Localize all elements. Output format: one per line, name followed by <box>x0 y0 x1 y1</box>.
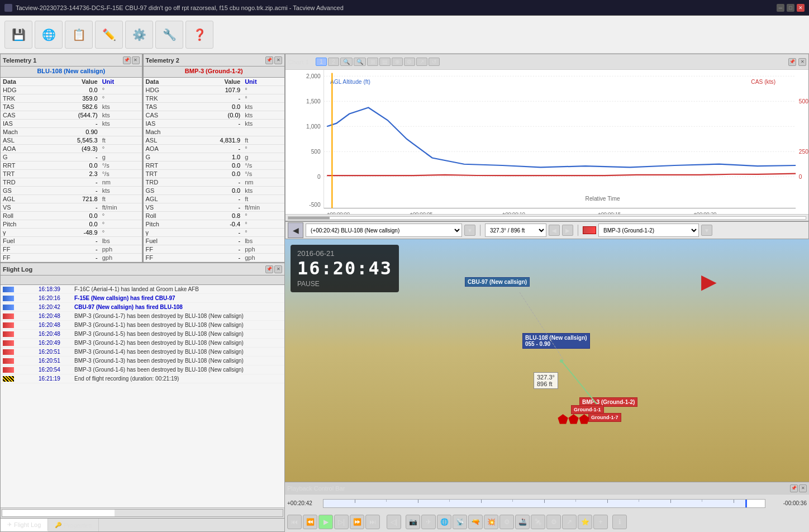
telem1-row: TRD - nm <box>1 178 142 187</box>
pb-play[interactable]: ▶ <box>318 515 333 529</box>
pb-rewind[interactable]: ⏪ <box>303 515 317 529</box>
maximize-button[interactable]: □ <box>787 4 794 12</box>
toolbar-tools-button[interactable]: 🔧 <box>155 21 183 49</box>
pb-export[interactable]: ↗ <box>562 515 577 529</box>
log-entry[interactable]: 16:20:48 BMP-3 (Ground-1-1) has been des… <box>1 321 284 330</box>
track-select-target[interactable]: BMP-3 (Ground-1-2) <box>598 224 699 237</box>
telem2-value: 0.0 <box>185 162 242 170</box>
pb-radar[interactable]: 📡 <box>453 515 467 529</box>
pb-info[interactable]: ℹ <box>612 515 627 529</box>
pb-camera[interactable]: 📷 <box>406 515 420 529</box>
close-button[interactable]: ✕ <box>797 4 805 12</box>
telem2-value <box>185 128 242 136</box>
chart-settings[interactable]: ⚙ <box>404 58 415 66</box>
log-entry[interactable]: 16:21:19 End of flight recording (durati… <box>1 374 284 383</box>
telem1-unit: g <box>100 153 142 162</box>
toolbar-save-button[interactable]: 💾 <box>4 21 32 49</box>
track-distance-btn1[interactable]: ◀ <box>549 225 560 236</box>
pb-skip-end[interactable]: ⏭ <box>365 515 380 529</box>
telem2-value: 0.0 <box>185 103 242 111</box>
flightlog-header: Flight Log 📌 ✕ <box>1 263 284 276</box>
telem1-row: ASL 5,545.3 ft <box>1 136 142 145</box>
playback-bar: Playback Control Bar 📌 ✕ +00:20:42 <box>285 482 809 532</box>
pb-settings[interactable]: ⚙ <box>546 515 561 529</box>
pb-add[interactable]: + <box>593 515 608 529</box>
chart-zoom-out[interactable]: 🔍 <box>354 58 366 66</box>
window-controls[interactable]: ─ □ ✕ <box>777 4 805 12</box>
minimize-button[interactable]: ─ <box>777 4 784 12</box>
telemetry1-pin-button[interactable]: 📌 <box>123 56 131 64</box>
tab-flight-log[interactable]: ✈ Flight Log <box>1 519 48 531</box>
log-entry[interactable]: 16:20:51 BMP-3 (Ground-1-4) has been des… <box>1 348 284 357</box>
flightlog-pin-button[interactable]: 📌 <box>265 265 273 273</box>
log-entry[interactable]: 16:20:49 BMP-3 (Ground-1-2) has been des… <box>1 339 284 348</box>
track-target-dropdown[interactable]: ▼ <box>701 225 712 236</box>
playback-pin-button[interactable]: 📌 <box>790 484 798 492</box>
track-select-main[interactable]: (+00:20:42) BLU-108 (New callsign) <box>306 224 462 237</box>
telemetry2-close-button[interactable]: ✕ <box>274 56 282 64</box>
chart-cursor[interactable]: ⊕ <box>392 58 403 66</box>
pb-tool1[interactable]: ⚙ <box>499 515 514 529</box>
svg-text:CAS (kts): CAS (kts) <box>751 79 775 85</box>
telem2-unit: ft <box>242 195 284 203</box>
chart-select[interactable]: ▤ <box>379 58 391 66</box>
pb-ship[interactable]: 🚢 <box>515 515 530 529</box>
chart-btn-1[interactable]: 1 <box>316 58 327 66</box>
pb-explosion[interactable]: 💥 <box>484 515 498 529</box>
flight-log-panel: Flight Log 📌 ✕ Type Time Event 16:18:39 … <box>0 263 285 532</box>
label-ground17: Ground-1-7 <box>588 413 621 422</box>
chart-zoom-in[interactable]: 🔍 <box>340 58 353 66</box>
chart-export[interactable]: ↗ <box>416 58 427 66</box>
timeline-thumb[interactable] <box>745 500 747 507</box>
track-select-distance[interactable]: 327.3° / 896 ft <box>485 224 546 237</box>
log-entry[interactable]: 16:20:48 BMP-3 (Ground-1-7) has been des… <box>1 312 284 321</box>
telemetry1-close-button[interactable]: ✕ <box>132 56 140 64</box>
telem2-row: Roll 0.8 ° <box>144 212 285 220</box>
chart1-pin-button[interactable]: 📌 <box>788 58 796 66</box>
pb-fast-forward[interactable]: ⏩ <box>350 515 364 529</box>
chart-btn-2[interactable]: 2 <box>328 58 339 66</box>
telem1-label: TRT <box>1 170 42 178</box>
chart-fit[interactable]: ⊞ <box>367 58 378 66</box>
toolbar-edit-button[interactable]: ✏️ <box>95 21 123 49</box>
log-entry[interactable]: 16:20:54 BMP-3 (Ground-1-6) has been des… <box>1 365 284 374</box>
playback-close-button[interactable]: ✕ <box>799 484 807 492</box>
pb-aircraft-icon[interactable]: ✈ <box>421 515 436 529</box>
log-entry[interactable]: 16:20:16 F-15E (New callsign) has fired … <box>1 294 284 303</box>
tab-properties[interactable]: 🔑 Properties <box>48 519 99 531</box>
track-selector-bar: ◀ (+00:20:42) BLU-108 (New callsign) ▼ 3… <box>285 221 809 239</box>
svg-text:-500: -500 <box>309 202 321 208</box>
chart1-close-button[interactable]: ✕ <box>798 58 806 66</box>
chart-refresh[interactable]: ↺ <box>429 58 440 66</box>
log-entry[interactable]: 16:20:51 BMP-3 (Ground-1-3) has been des… <box>1 357 284 365</box>
log-entry[interactable]: 16:18:39 F-16C (Aerial-4-1) has landed a… <box>1 285 284 294</box>
pb-bookmark[interactable]: ⭐ <box>578 515 592 529</box>
telem1-unit <box>100 128 142 136</box>
track-dropdown-button[interactable]: ▼ <box>464 225 475 236</box>
toolbar-file-button[interactable]: 📋 <box>65 21 93 49</box>
pb-step-back[interactable]: ◁| <box>387 515 401 529</box>
toolbar-settings-button[interactable]: ⚙️ <box>125 21 153 49</box>
toolbar-network-button[interactable]: 🌐 <box>35 21 63 49</box>
track-distance-btn2[interactable]: ▶ <box>562 225 573 236</box>
pb-skip-start[interactable]: ⏮ <box>287 515 302 529</box>
telem2-value: - <box>185 237 242 245</box>
flightlog-close-button[interactable]: ✕ <box>274 265 282 273</box>
telem1-value: - <box>42 245 100 254</box>
log-type-cell <box>3 314 36 319</box>
log-type-icon <box>3 367 14 373</box>
telem2-unit: g <box>242 153 284 162</box>
pb-play-to-bookmark[interactable]: ▷| <box>334 515 349 529</box>
flightlog-body[interactable]: 16:18:39 F-16C (Aerial-4-1) has landed a… <box>1 285 284 507</box>
timeline-track[interactable] <box>323 499 765 508</box>
log-entry[interactable]: 16:20:42 CBU-97 (New callsign) has fired… <box>1 303 284 312</box>
pb-globe[interactable]: 🌐 <box>437 515 451 529</box>
telemetry2-pin-button[interactable]: 📌 <box>265 56 273 64</box>
pb-satellite[interactable]: 🛰 <box>531 515 545 529</box>
log-entry[interactable]: 16:20:48 BMP-3 (Ground-1-5) has been des… <box>1 330 284 339</box>
track-prev-button[interactable]: ◀ <box>288 222 303 238</box>
telem2-unit: kts <box>242 120 284 128</box>
log-event-text: F-15E (New callsign) has fired CBU-97 <box>74 295 282 301</box>
pb-gun[interactable]: 🔫 <box>468 515 483 529</box>
toolbar-help-button[interactable]: ❓ <box>185 21 213 49</box>
